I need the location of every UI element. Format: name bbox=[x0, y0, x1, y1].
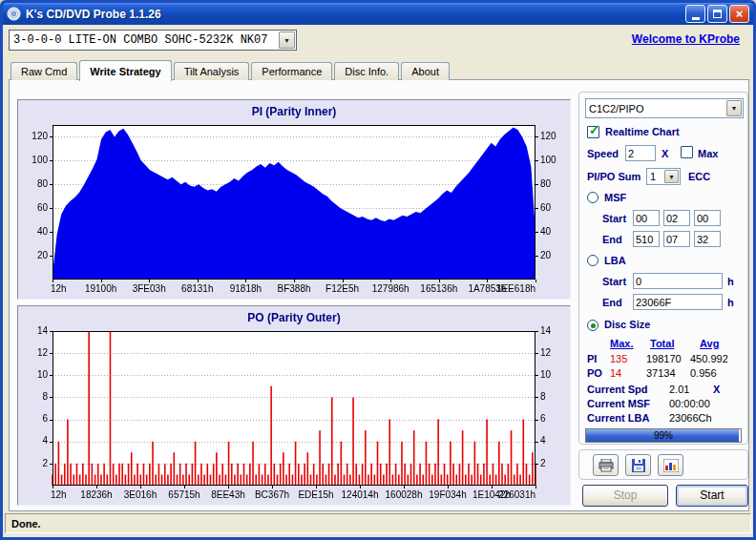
lba-start-input[interactable] bbox=[633, 273, 723, 289]
save-chart-button[interactable] bbox=[658, 454, 683, 476]
app-icon bbox=[7, 7, 21, 21]
chevron-down-icon[interactable] bbox=[726, 100, 742, 116]
msf-radio[interactable] bbox=[587, 192, 598, 203]
lba-radio[interactable] bbox=[587, 255, 598, 266]
tabstrip: Raw Cmd Write Strategy Tilt Analysis Per… bbox=[10, 60, 452, 80]
pi-avg-value: 450.992 bbox=[690, 353, 728, 364]
save-button[interactable] bbox=[625, 454, 651, 476]
tab-disc-info[interactable]: Disc Info. bbox=[334, 62, 399, 80]
chart-export-icon bbox=[663, 459, 679, 472]
pi-chart bbox=[18, 100, 570, 299]
close-button[interactable]: × bbox=[729, 5, 749, 23]
msf-end-frame-input[interactable] bbox=[694, 231, 721, 247]
tab-write-strategy[interactable]: Write Strategy bbox=[79, 60, 171, 81]
minimize-button[interactable] bbox=[685, 5, 705, 23]
msf-label: MSF bbox=[604, 192, 626, 203]
mode-select-value: C1C2/PIPO bbox=[586, 103, 726, 114]
progress-bar: 99% bbox=[585, 428, 742, 443]
speed-input[interactable] bbox=[625, 145, 656, 161]
tab-page-write-strategy: C1C2/PIPO Realtime Chart Speed X Max PI/… bbox=[9, 79, 749, 511]
msf-start-sec-input[interactable] bbox=[663, 210, 690, 226]
max-speed-label: Max bbox=[698, 148, 718, 159]
po-max-value: 14 bbox=[610, 367, 621, 379]
po-chart-panel bbox=[17, 305, 571, 506]
chevron-down-icon[interactable] bbox=[279, 31, 295, 49]
maximize-button[interactable] bbox=[707, 5, 727, 23]
status-bar: Done. bbox=[5, 513, 751, 533]
stats-header-avg: Avg bbox=[700, 338, 719, 349]
pi-chart-panel bbox=[17, 99, 571, 300]
current-msf-label: Current MSF bbox=[587, 398, 650, 409]
pi-total-value: 198170 bbox=[646, 353, 682, 364]
speed-unit-label: X bbox=[662, 148, 668, 159]
drive-select-value: 3-0-0-0 LITE-ON COMBO SOHC-5232K NK07 bbox=[10, 33, 279, 47]
msf-end-label: End bbox=[602, 234, 622, 245]
tab-performance[interactable]: Performance bbox=[251, 62, 332, 80]
pipo-sum-label: PI/PO Sum bbox=[587, 171, 640, 182]
disc-size-label: Disc Size bbox=[604, 319, 650, 330]
start-button[interactable]: Start bbox=[676, 485, 748, 507]
welcome-link[interactable]: Welcome to KProbe bbox=[632, 32, 740, 46]
print-button[interactable] bbox=[593, 454, 619, 476]
msf-start-frame-input[interactable] bbox=[694, 210, 721, 226]
pi-max-value: 135 bbox=[610, 353, 627, 364]
lba-start-label: Start bbox=[602, 276, 626, 287]
lba-label: LBA bbox=[604, 255, 626, 266]
titlebar: K's CD/DVD Probe 1.1.26 × bbox=[3, 3, 753, 25]
disc-size-radio[interactable] bbox=[587, 320, 598, 331]
lba-end-input[interactable] bbox=[633, 294, 723, 310]
client-area: 3-0-0-0 LITE-ON COMBO SOHC-5232K NK07 We… bbox=[3, 25, 753, 537]
drive-select[interactable]: 3-0-0-0 LITE-ON COMBO SOHC-5232K NK07 bbox=[9, 30, 297, 51]
current-lba-value: 23066Ch bbox=[669, 412, 712, 424]
po-avg-value: 0.956 bbox=[690, 367, 717, 379]
tools-panel bbox=[578, 449, 748, 480]
settings-panel: C1C2/PIPO Realtime Chart Speed X Max PI/… bbox=[578, 92, 748, 445]
lba-end-unit: h bbox=[727, 297, 734, 308]
pipo-sum-value: 1 bbox=[647, 171, 664, 182]
current-spd-label: Current Spd bbox=[587, 384, 648, 395]
current-spd-unit: X bbox=[713, 384, 720, 395]
maximize-icon bbox=[713, 10, 722, 18]
lba-end-label: End bbox=[602, 297, 622, 308]
mode-select[interactable]: C1C2/PIPO bbox=[585, 98, 744, 118]
stats-header-total: Total bbox=[650, 338, 674, 349]
max-speed-checkbox[interactable] bbox=[681, 146, 693, 158]
pi-row-label: PI bbox=[587, 353, 597, 364]
lba-start-unit: h bbox=[727, 276, 734, 287]
current-lba-label: Current LBA bbox=[587, 412, 649, 424]
minimize-icon bbox=[692, 17, 700, 20]
floppy-save-icon bbox=[632, 459, 645, 472]
printer-icon bbox=[598, 459, 614, 472]
current-spd-value: 2.01 bbox=[669, 384, 689, 395]
tab-about[interactable]: About bbox=[401, 62, 450, 80]
msf-start-label: Start bbox=[602, 213, 626, 224]
window-title: K's CD/DVD Probe 1.1.26 bbox=[26, 8, 685, 21]
realtime-chart-label: Realtime Chart bbox=[605, 126, 680, 137]
stop-button[interactable]: Stop bbox=[582, 485, 668, 507]
po-total-value: 37134 bbox=[646, 367, 676, 379]
msf-end-min-input[interactable] bbox=[633, 231, 660, 247]
window-controls: × bbox=[685, 5, 749, 23]
status-text: Done. bbox=[11, 518, 41, 530]
app-window: K's CD/DVD Probe 1.1.26 × 3-0-0-0 LITE-O… bbox=[0, 0, 756, 540]
progress-label: 99% bbox=[586, 430, 741, 441]
stats-header-max: Max. bbox=[610, 338, 633, 349]
pipo-sum-select[interactable]: 1 bbox=[646, 168, 681, 185]
msf-end-sec-input[interactable] bbox=[663, 231, 690, 247]
msf-start-min-input[interactable] bbox=[633, 210, 660, 226]
po-row-label: PO bbox=[587, 367, 602, 379]
tab-tilt-analysis[interactable]: Tilt Analysis bbox=[174, 62, 250, 80]
po-chart bbox=[18, 306, 570, 505]
tab-raw-cmd[interactable]: Raw Cmd bbox=[10, 62, 77, 80]
current-msf-value: 00:00:00 bbox=[669, 398, 710, 409]
chevron-down-icon[interactable] bbox=[664, 170, 679, 183]
pipo-sum-unit-label: ECC bbox=[688, 171, 710, 182]
speed-label: Speed bbox=[587, 148, 619, 159]
realtime-chart-checkbox[interactable] bbox=[587, 126, 599, 138]
